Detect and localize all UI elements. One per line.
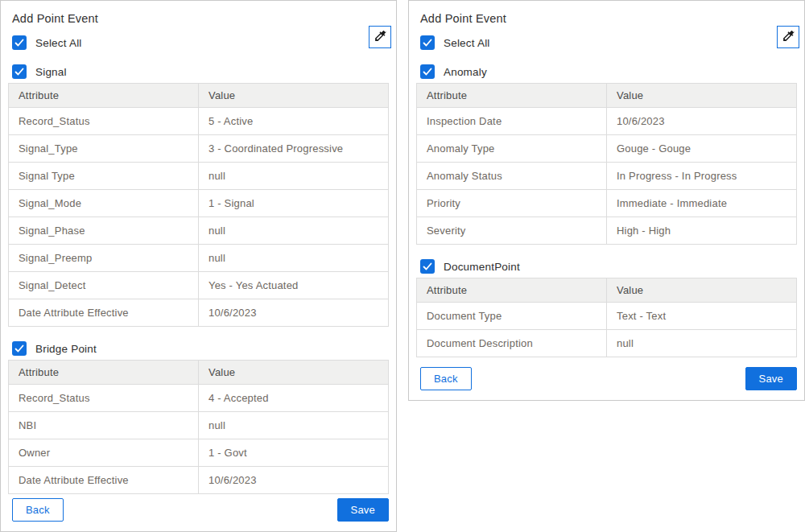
select-all-row: Select All [420, 35, 797, 50]
eyedropper-icon [782, 29, 795, 45]
value-column-header: Value [199, 84, 389, 108]
table-row: Signal_Mode1 - Signal [9, 190, 389, 217]
value-cell: 4 - Accepted [199, 385, 389, 412]
attribute-cell: Severity [417, 217, 607, 245]
attribute-cell: Document Description [417, 330, 607, 357]
table-header-row: Attribute Value [9, 361, 389, 385]
attribute-cell: Inspection Date [417, 108, 607, 135]
value-cell: Gouge - Gouge [607, 135, 797, 163]
save-button[interactable]: Save [745, 367, 797, 390]
value-cell: Yes - Yes Actuated [199, 272, 389, 299]
value-cell: 10/6/2023 [199, 299, 389, 327]
attribute-cell: NBI [9, 412, 199, 439]
table-row: Anomaly TypeGouge - Gouge [417, 135, 797, 163]
bridge-point-attribute-table: Attribute Value Record_Status4 - Accepte… [8, 360, 389, 494]
table-row: NBInull [9, 412, 389, 439]
attribute-cell: Document Type [417, 303, 607, 330]
checkmark-icon [423, 67, 432, 76]
section-label: Signal [35, 66, 67, 78]
table-row: Date Attribute Effective10/6/2023 [9, 299, 389, 327]
attribute-column-header: Attribute [417, 84, 607, 108]
value-cell: null [199, 412, 389, 439]
table-row: PriorityImmediate - Immediate [417, 190, 797, 217]
attribute-cell: Priority [417, 190, 607, 217]
table-header-row: Attribute Value [417, 84, 797, 108]
value-cell: In Progress - In Progress [607, 163, 797, 190]
table-row: Owner1 - Govt [9, 439, 389, 467]
table-row: Document Descriptionnull [417, 330, 797, 357]
bridge-point-checkbox[interactable] [12, 341, 27, 356]
checkmark-icon [14, 38, 24, 47]
attribute-cell: Signal_Type [9, 135, 199, 163]
section-row-bridge-point: Bridge Point [12, 341, 389, 356]
value-cell: 10/6/2023 [607, 108, 797, 135]
value-cell: null [199, 245, 389, 272]
table-row: Inspection Date10/6/2023 [417, 108, 797, 135]
documentpoint-checkbox[interactable] [420, 259, 435, 274]
back-button[interactable]: Back [420, 367, 472, 390]
select-all-checkbox[interactable] [12, 35, 27, 50]
attribute-cell: Record_Status [9, 385, 199, 412]
attribute-cell: Signal_Preemp [9, 245, 199, 272]
value-column-header: Value [607, 84, 797, 108]
checkmark-icon [14, 344, 24, 353]
section-row-documentpoint: DocumentPoint [420, 259, 797, 274]
eyedropper-button[interactable] [777, 26, 799, 48]
page-title: Add Point Event [420, 12, 797, 25]
save-button[interactable]: Save [337, 498, 389, 522]
attribute-column-header: Attribute [9, 84, 199, 108]
table-row: SeverityHigh - High [417, 217, 797, 245]
table-row: Signal_Preempnull [9, 245, 389, 272]
anomaly-attribute-table: Attribute Value Inspection Date10/6/2023… [416, 83, 797, 245]
add-point-event-panel-left: Add Point Event Select All Signal Attrib… [0, 0, 397, 532]
add-point-event-panel-right: Add Point Event Select All Anomaly Attri… [408, 0, 805, 401]
table-row: Document TypeText - Text [417, 303, 797, 330]
attribute-cell: Signal Type [9, 163, 199, 190]
page-title: Add Point Event [12, 12, 389, 25]
eyedropper-button[interactable] [369, 26, 391, 48]
table-row: Signal_Phasenull [9, 217, 389, 245]
signal-checkbox[interactable] [12, 64, 27, 79]
attribute-cell: Record_Status [9, 108, 199, 135]
button-row: Back Save [420, 367, 797, 390]
table-row: Signal_Type3 - Coordinated Progressive [9, 135, 389, 163]
value-cell: Text - Text [607, 303, 797, 330]
value-column-header: Value [199, 361, 389, 385]
back-button[interactable]: Back [12, 498, 64, 522]
value-cell: Immediate - Immediate [607, 190, 797, 217]
section-row-signal: Signal [12, 64, 389, 79]
value-column-header: Value [607, 278, 797, 303]
documentpoint-attribute-table: Attribute Value Document TypeText - Text… [416, 278, 797, 357]
table-row: Signal Typenull [9, 163, 389, 190]
checkmark-icon [423, 262, 432, 271]
attribute-cell: Signal_Phase [9, 217, 199, 245]
checkmark-icon [423, 38, 432, 47]
attribute-cell: Anomaly Status [417, 163, 607, 190]
table-header-row: Attribute Value [417, 278, 797, 303]
checkmark-icon [14, 67, 24, 76]
anomaly-checkbox[interactable] [420, 64, 435, 79]
select-all-checkbox[interactable] [420, 35, 435, 50]
section-label: Anomaly [444, 66, 487, 78]
select-all-row: Select All [12, 35, 389, 50]
attribute-cell: Date Attribute Effective [9, 299, 199, 327]
attribute-cell: Owner [9, 439, 199, 467]
section-row-anomaly: Anomaly [420, 64, 797, 79]
value-cell: 5 - Active [199, 108, 389, 135]
page: Add Point Event Select All Signal Attrib… [0, 0, 805, 532]
value-cell: 3 - Coordinated Progressive [199, 135, 389, 163]
value-cell: 1 - Signal [199, 190, 389, 217]
value-cell: null [199, 163, 389, 190]
table-row: Anomaly StatusIn Progress - In Progress [417, 163, 797, 190]
section-label: DocumentPoint [444, 261, 520, 273]
value-cell: 1 - Govt [199, 439, 389, 467]
table-header-row: Attribute Value [9, 84, 389, 108]
button-row: Back Save [12, 498, 389, 522]
value-cell: null [607, 330, 797, 357]
value-cell: 10/6/2023 [199, 467, 389, 494]
attribute-cell: Signal_Mode [9, 190, 199, 217]
select-all-label: Select All [35, 37, 82, 49]
table-row: Signal_DetectYes - Yes Actuated [9, 272, 389, 299]
attribute-cell: Anomaly Type [417, 135, 607, 163]
attribute-column-header: Attribute [417, 278, 607, 303]
